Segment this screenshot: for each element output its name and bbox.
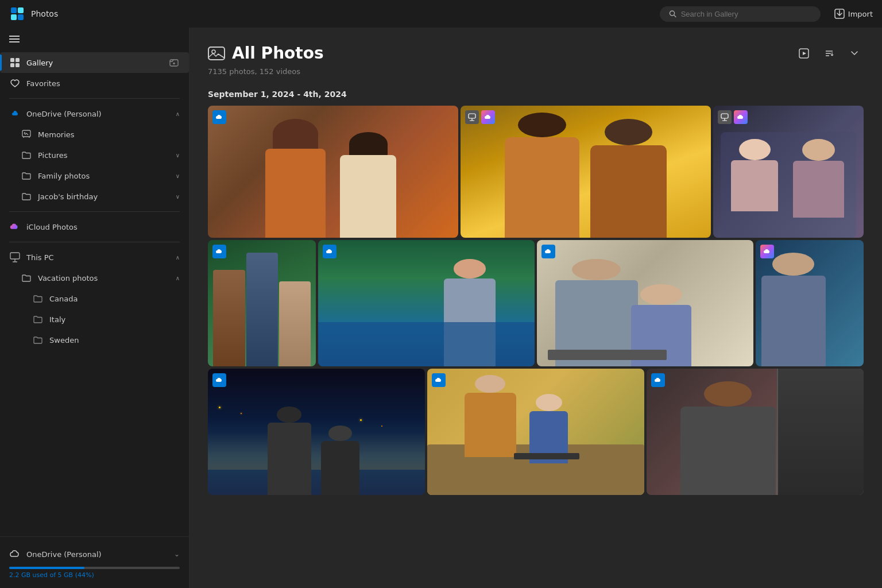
photo-row-2 [208, 240, 864, 366]
figure-1 [258, 119, 333, 238]
sort-button[interactable] [820, 44, 838, 63]
sidebar-thispc-label: This PC [26, 253, 54, 262]
photo-item[interactable] [537, 240, 753, 366]
photo-item[interactable] [756, 240, 864, 366]
photos-title-icon [208, 45, 225, 62]
photo-row-1 [208, 106, 864, 238]
content-header: All Photos [208, 44, 864, 63]
storage-bar-bg [9, 567, 180, 569]
date-group-label: September 1, 2024 - 4th, 2024 [208, 90, 864, 99]
svg-rect-28 [469, 114, 475, 118]
chevron-thispc-icon: ∧ [176, 254, 180, 261]
sidebar-item-vacation[interactable]: Vacation photos ∧ [0, 268, 189, 288]
sidebar-thispc-header[interactable]: This PC ∧ [0, 247, 189, 268]
figure-2 [333, 132, 403, 238]
onedrive-badge-6 [541, 245, 555, 258]
sidebar-item-gallery[interactable]: Gallery [0, 52, 189, 73]
expand-button[interactable] [845, 44, 864, 63]
sidebar-bottom-onedrive[interactable]: OneDrive (Personal) ⌄ [9, 546, 180, 562]
svg-rect-21 [208, 47, 225, 60]
folder-icon-jacobs [21, 191, 32, 202]
sidebar-item-sweden[interactable]: Sweden [0, 330, 189, 350]
onedrive-badge-12 [651, 373, 665, 387]
hamburger-button[interactable] [0, 28, 189, 52]
photo-row-3 [208, 369, 864, 495]
import-label: Import [848, 10, 873, 18]
photo-item[interactable] [208, 106, 458, 238]
sort-icon [824, 48, 834, 59]
sidebar-item-italy[interactable]: Italy [0, 309, 189, 330]
light-2 [241, 413, 242, 414]
light-1 [219, 407, 220, 408]
pc-icon [9, 252, 21, 263]
sidebar-item-memories[interactable]: Memories [0, 124, 189, 145]
sidebar-gallery-label: Gallery [26, 59, 53, 67]
photo-item[interactable] [713, 106, 864, 238]
photo-item[interactable] [208, 369, 425, 495]
svg-rect-14 [16, 63, 20, 67]
svg-point-22 [212, 50, 215, 53]
photo-item[interactable] [427, 369, 644, 495]
app-logo [9, 6, 25, 22]
folder-icon-family [21, 170, 32, 181]
onedrive-badge [212, 110, 226, 124]
sidebar-item-favorites[interactable]: Favorites [0, 73, 189, 94]
svg-rect-12 [16, 58, 20, 62]
sidebar-pictures-label: Pictures [38, 151, 67, 160]
gallery-icon [9, 57, 21, 68]
sidebar-onedrive-header[interactable]: OneDrive (Personal) ∧ [0, 103, 189, 124]
photo-item[interactable] [647, 369, 864, 495]
search-input[interactable] [681, 10, 811, 18]
laptop [548, 350, 667, 360]
sidebar: Gallery Favorites [0, 28, 189, 588]
sidebar-item-canada[interactable]: Canada [0, 288, 189, 309]
partial-figure [756, 253, 831, 366]
chevron-family-icon: ∨ [176, 173, 180, 179]
heart-icon [9, 78, 21, 89]
import-icon [834, 9, 845, 19]
photo-item[interactable] [208, 240, 316, 366]
sidebar-family-photos-label: Family photos [38, 172, 90, 180]
sidebar-item-jacobs-birthday[interactable]: Jacob's birthday ∨ [0, 186, 189, 207]
chevron-pictures-icon: ∨ [176, 152, 180, 158]
content-title-wrap: All Photos [208, 44, 324, 63]
storage-bar-fill [9, 567, 84, 569]
sidebar-memories-label: Memories [38, 130, 75, 139]
menu-icon [9, 35, 20, 43]
app-name: Photos [31, 9, 58, 18]
onedrive-badge-5 [323, 245, 336, 258]
sidebar-storage-section: OneDrive (Personal) ⌄ 2.2 GB used of 5 G… [0, 536, 189, 588]
svg-line-6 [674, 15, 676, 17]
sidebar-canada-label: Canada [49, 295, 78, 303]
man-figure [262, 407, 317, 495]
photo-item[interactable] [461, 106, 711, 238]
sidebar-item-icloud[interactable]: iCloud Photos [0, 216, 189, 237]
svg-point-19 [24, 132, 25, 133]
photo-item[interactable] [318, 240, 535, 366]
sidebar-item-family-photos[interactable]: Family photos ∨ [0, 165, 189, 186]
slideshow-button[interactable] [795, 44, 813, 63]
sidebar-divider-2 [9, 211, 180, 212]
icloud-icon [9, 221, 21, 233]
pool-water [318, 322, 535, 366]
add-folder-icon[interactable] [168, 57, 180, 68]
svg-marker-24 [803, 52, 806, 55]
sidebar-icloud-label: iCloud Photos [26, 223, 78, 231]
sidebar-item-pictures[interactable]: Pictures ∨ [0, 145, 189, 165]
laptop-2 [514, 453, 579, 459]
cloud-icon [9, 550, 21, 559]
light-3 [360, 419, 362, 421]
storage-text: 2.2 GB used of 5 GB (44%) [9, 571, 180, 579]
import-button[interactable]: Import [834, 9, 873, 19]
svg-rect-2 [18, 7, 24, 13]
sidebar-onedrive-label: OneDrive (Personal) [26, 110, 102, 118]
figure-4 [581, 119, 676, 238]
sidebar-divider-3 [9, 242, 180, 242]
search-bar[interactable] [660, 6, 821, 22]
man-figure-2 [316, 425, 364, 495]
folder-icon-italy [32, 314, 44, 325]
onedrive-badge-11 [432, 373, 446, 387]
svg-rect-11 [10, 58, 14, 62]
grandpa [460, 375, 521, 457]
folder-icon-vacation [21, 272, 32, 284]
